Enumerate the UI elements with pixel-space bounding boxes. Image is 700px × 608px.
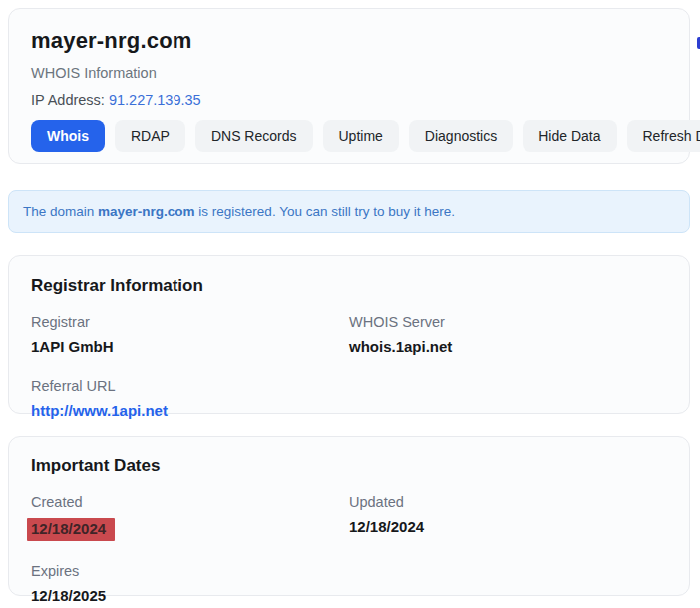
important-dates-card: Important Dates Created 12/18/2024 Updat…: [8, 436, 690, 596]
field-label: Created: [31, 494, 349, 511]
field-expires: Expires 12/18/2025: [31, 563, 349, 605]
notice-domain: mayer-nrg.com: [98, 204, 195, 219]
field-value: http://www.1api.net: [31, 402, 349, 420]
tab-refresh-data[interactable]: Refresh Data: [627, 120, 700, 152]
tab-hide-data[interactable]: Hide Data: [523, 120, 616, 152]
referral-url-link[interactable]: http://www.1api.net: [31, 402, 168, 419]
tab-whois[interactable]: Whois: [31, 120, 105, 152]
whois-subtitle: WHOIS Information: [31, 65, 667, 82]
field-value: whois.1api.net: [349, 338, 667, 356]
field-created: Created 12/18/2024: [31, 494, 349, 541]
field-label: WHOIS Server: [349, 314, 667, 331]
field-value: 1API GmbH: [31, 338, 349, 356]
page-title: mayer-nrg.com: [31, 28, 667, 54]
tab-diagnostics[interactable]: Diagnostics: [409, 120, 513, 152]
notice-suffix: .: [451, 204, 455, 219]
created-date-highlight: 12/18/2024: [27, 518, 115, 541]
field-value: 12/18/2025: [31, 587, 349, 605]
notice-prefix: The domain: [23, 204, 98, 219]
tab-uptime[interactable]: Uptime: [323, 120, 399, 152]
field-value: 12/18/2024: [349, 518, 667, 536]
ip-address-row: IP Address: 91.227.139.35: [31, 92, 667, 109]
field-label: Expires: [31, 563, 349, 580]
field-whois-server: WHOIS Server whois.1api.net: [349, 314, 667, 356]
tab-rdap[interactable]: RDAP: [115, 120, 185, 152]
field-label: Updated: [349, 494, 667, 511]
domain-overview-card: mayer-nrg.com WHOIS Information IP Addre…: [8, 8, 690, 164]
action-tab-bar: Whois RDAP DNS Records Uptime Diagnostic…: [31, 120, 667, 152]
notice-text: The domain mayer-nrg.com is registered. …: [23, 204, 455, 219]
dates-section-title: Important Dates: [31, 456, 667, 476]
registered-notice-banner: The domain mayer-nrg.com is registered. …: [8, 190, 690, 233]
field-label: Registrar: [31, 314, 349, 331]
registrar-section-title: Registrar Information: [31, 276, 667, 296]
tab-dns-records[interactable]: DNS Records: [195, 120, 313, 152]
registrar-field-grid: Registrar 1API GmbH WHOIS Server whois.1…: [31, 314, 667, 420]
field-referral-url: Referral URL http://www.1api.net: [31, 378, 349, 420]
notice-middle: is registered. You can still try to buy …: [195, 204, 425, 219]
registrar-information-card: Registrar Information Registrar 1API Gmb…: [8, 255, 690, 414]
buy-here-link[interactable]: here: [424, 204, 451, 219]
field-label: Referral URL: [31, 378, 349, 395]
field-registrar: Registrar 1API GmbH: [31, 314, 349, 356]
dates-field-grid: Created 12/18/2024 Updated 12/18/2024 Ex…: [31, 494, 667, 605]
field-value: 12/18/2024: [31, 518, 349, 541]
ip-address-link[interactable]: 91.227.139.35: [109, 92, 201, 108]
field-updated: Updated 12/18/2024: [349, 494, 667, 541]
ip-address-label: IP Address:: [31, 92, 105, 108]
